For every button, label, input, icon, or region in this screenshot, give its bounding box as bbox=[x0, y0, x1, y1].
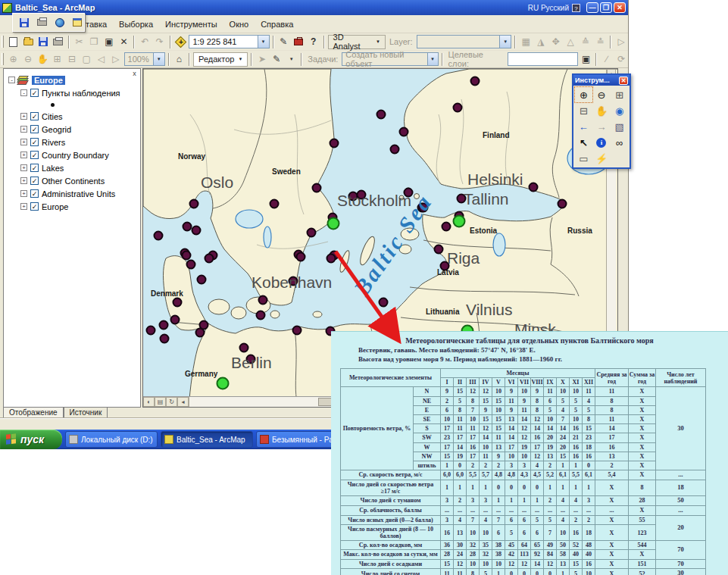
expander-icon[interactable]: + bbox=[20, 203, 27, 210]
layout-icon[interactable] bbox=[71, 16, 85, 29]
steepest-path-icon[interactable]: ✥ bbox=[549, 36, 563, 48]
menu-item[interactable]: тавка bbox=[86, 20, 107, 29]
observation-point[interactable] bbox=[292, 326, 302, 336]
toc-layer-item[interactable]: -✓Пункты наблюдения bbox=[4, 86, 140, 99]
language-indicator[interactable]: RU Русский bbox=[528, 4, 569, 12]
toolbar-grip[interactable] bbox=[2, 36, 4, 48]
sketch-pencil-icon[interactable]: ✎ bbox=[270, 53, 283, 66]
select-elements-icon[interactable]: ↖ bbox=[575, 135, 592, 150]
target-layer-input[interactable] bbox=[508, 52, 578, 66]
save-icon[interactable] bbox=[36, 36, 50, 48]
observation-point[interactable] bbox=[197, 275, 207, 285]
add-data-icon[interactable]: + bbox=[174, 36, 188, 48]
toolbar-grip[interactable] bbox=[2, 53, 4, 65]
layer-checkbox[interactable]: ✓ bbox=[30, 151, 39, 159]
palette-close-icon[interactable]: ✕ bbox=[619, 77, 628, 85]
observation-point[interactable] bbox=[312, 183, 322, 193]
arctoolbox-icon[interactable] bbox=[292, 36, 305, 48]
graph-icon[interactable]: ≛ bbox=[594, 36, 608, 48]
fixed-zoom-in-icon[interactable]: ⊞ bbox=[611, 87, 628, 102]
toc-frame-row[interactable]: -Europe bbox=[4, 73, 140, 86]
observation-point[interactable] bbox=[173, 298, 183, 308]
layer-checkbox[interactable]: ✓ bbox=[30, 89, 39, 97]
interpolate-icon[interactable]: ▦ bbox=[519, 36, 533, 48]
hyperlink-icon[interactable]: ⚡ bbox=[593, 151, 611, 166]
contour-icon[interactable]: △ bbox=[564, 36, 577, 48]
observation-point[interactable] bbox=[296, 252, 306, 262]
redo-icon[interactable]: ↷ bbox=[153, 36, 167, 48]
maximize-button[interactable]: ❐ bbox=[600, 2, 612, 13]
observation-point[interactable] bbox=[376, 110, 386, 120]
layer-checkbox[interactable]: ✓ bbox=[30, 177, 39, 185]
scroll-left-icon[interactable]: ◂ bbox=[177, 397, 189, 407]
toc-layer-label[interactable]: Administrative Units bbox=[42, 189, 115, 198]
observation-point[interactable] bbox=[189, 199, 199, 209]
minimize-button[interactable]: — bbox=[586, 2, 598, 13]
snapping-icon[interactable]: ⌂ bbox=[173, 53, 186, 66]
layer-combo[interactable]: ▼ bbox=[417, 35, 512, 48]
zoom-in-icon[interactable]: ⊕ bbox=[575, 87, 592, 102]
toc-layer-label[interactable]: Cities bbox=[42, 112, 63, 121]
globe-icon[interactable] bbox=[53, 16, 67, 29]
split-tool-icon[interactable]: ∕ bbox=[600, 53, 613, 66]
new-document-icon[interactable] bbox=[7, 36, 20, 48]
expander-icon[interactable]: - bbox=[8, 77, 15, 83]
edit-arrow-icon[interactable]: ➤ bbox=[255, 53, 268, 66]
expander-icon[interactable]: + bbox=[20, 113, 27, 120]
expander-icon[interactable]: + bbox=[20, 177, 27, 184]
layer-checkbox[interactable]: ✓ bbox=[30, 189, 39, 198]
observation-point[interactable] bbox=[270, 199, 280, 209]
taskbar-button[interactable]: Baltic_Sea - ArcMap bbox=[161, 431, 253, 448]
observation-point[interactable] bbox=[258, 295, 268, 305]
help-icon[interactable]: ? bbox=[307, 36, 320, 48]
language-bar[interactable]: RU Русский ? bbox=[528, 4, 580, 12]
observation-point[interactable] bbox=[442, 222, 451, 232]
observation-point[interactable] bbox=[453, 103, 463, 113]
layer-checkbox[interactable]: ✓ bbox=[30, 138, 39, 146]
fixed-zoom-out-icon[interactable]: ⊟ bbox=[575, 103, 592, 118]
refresh-view-icon[interactable]: ↻ bbox=[166, 397, 177, 407]
observation-point[interactable] bbox=[434, 245, 444, 255]
observation-point[interactable] bbox=[307, 228, 317, 238]
toc-layer-label[interactable]: Rivers bbox=[42, 138, 65, 147]
pan-tool-icon[interactable]: ✋ bbox=[36, 53, 49, 66]
expander-icon[interactable]: + bbox=[20, 126, 27, 133]
select-graphics-icon[interactable]: ▧ bbox=[611, 119, 628, 134]
observation-point[interactable] bbox=[327, 254, 336, 264]
layer-checkbox[interactable]: ✓ bbox=[30, 125, 39, 133]
observation-point[interactable] bbox=[256, 311, 266, 320]
open-icon[interactable] bbox=[22, 36, 36, 48]
paste-icon[interactable]: ▣ bbox=[102, 36, 116, 48]
data-view-icon[interactable]: ◐ bbox=[143, 397, 155, 407]
observation-point[interactable] bbox=[330, 139, 339, 148]
sketch-dropdown-icon[interactable]: ▼ bbox=[285, 53, 298, 66]
menu-item[interactable]: Окно bbox=[230, 20, 249, 29]
back-icon[interactable]: ← bbox=[575, 119, 592, 134]
fixed-zoom-in-icon[interactable]: ⊞ bbox=[51, 53, 64, 66]
save-icon[interactable] bbox=[17, 16, 31, 29]
observation-point[interactable] bbox=[160, 334, 170, 344]
menu-item[interactable]: Справка bbox=[261, 20, 293, 29]
toc-layer-label[interactable]: Other Continents bbox=[42, 177, 105, 186]
layer-checkbox[interactable]: ✓ bbox=[30, 202, 39, 211]
print-icon[interactable] bbox=[52, 36, 65, 48]
toc-layer-item[interactable]: +✓Country Boundary bbox=[4, 148, 140, 161]
toc-layer-label[interactable]: Пункты наблюдения bbox=[42, 89, 120, 98]
print-icon[interactable] bbox=[36, 16, 49, 29]
toc-layer-item[interactable]: +✓Geogrid bbox=[4, 123, 140, 136]
profile-icon[interactable]: ≙ bbox=[579, 36, 592, 48]
highlighted-observation-point[interactable] bbox=[453, 215, 466, 228]
layout-view-icon[interactable]: ▤ bbox=[155, 397, 166, 407]
expander-icon[interactable]: + bbox=[20, 139, 27, 145]
highlighted-observation-point[interactable] bbox=[327, 217, 340, 230]
toc-layer-item[interactable]: +✓Lakes bbox=[4, 161, 140, 174]
surface-icon[interactable]: ◮ bbox=[534, 36, 548, 48]
attributes-icon[interactable]: ▣ bbox=[580, 53, 592, 66]
go-forward-extent-icon[interactable]: ▷ bbox=[109, 53, 122, 66]
observation-point[interactable] bbox=[529, 183, 539, 192]
copy-icon[interactable]: ❐ bbox=[87, 36, 101, 48]
task-combo[interactable]: Создать новый объект ▼ bbox=[342, 52, 438, 66]
zoom-in-tool-icon[interactable]: ⊕ bbox=[7, 53, 20, 66]
observation-point[interactable] bbox=[159, 320, 169, 330]
zoom-percent-combo[interactable]: 100% ▼ bbox=[124, 52, 165, 66]
